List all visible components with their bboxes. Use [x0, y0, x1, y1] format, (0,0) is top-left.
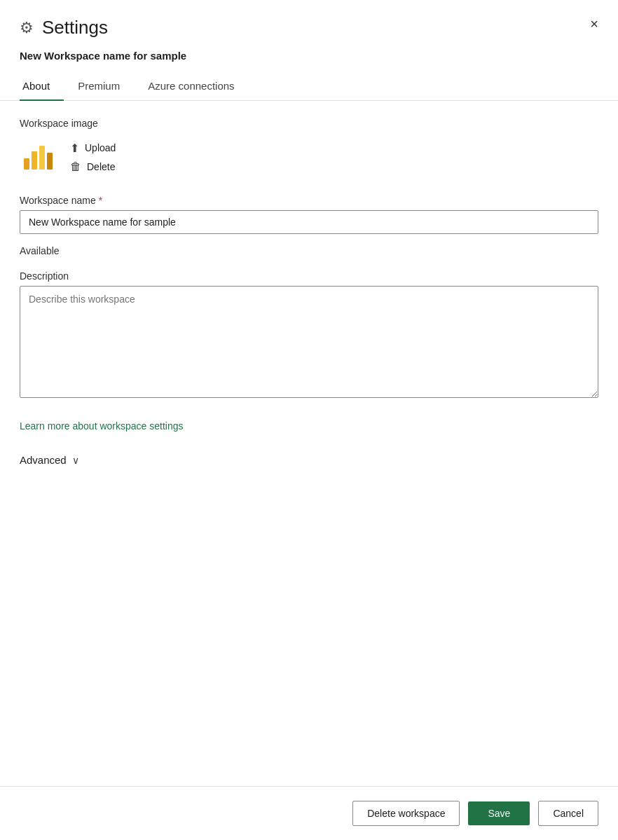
required-indicator: *	[99, 195, 102, 206]
delete-image-button[interactable]: 🗑 Delete	[70, 160, 116, 173]
tab-premium[interactable]: Premium	[75, 73, 134, 100]
upload-label: Upload	[85, 142, 116, 153]
dialog-header: ⚙ Settings ×	[0, 0, 618, 47]
advanced-section[interactable]: Advanced ∨	[20, 454, 598, 466]
workspace-icon	[20, 139, 56, 175]
settings-dialog: ⚙ Settings × New Workspace name for samp…	[0, 0, 618, 840]
workspace-name-input[interactable]	[20, 210, 598, 234]
upload-icon: ⬆	[70, 142, 79, 155]
trash-icon: 🗑	[70, 160, 81, 173]
workspace-name-field: Workspace name *	[20, 195, 598, 234]
image-actions: ⬆ Upload 🗑 Delete	[70, 142, 116, 173]
cancel-button[interactable]: Cancel	[538, 801, 598, 826]
workspace-name-label: Workspace name *	[20, 195, 598, 206]
close-button[interactable]: ×	[587, 14, 601, 34]
tab-azure-connections[interactable]: Azure connections	[145, 73, 248, 100]
svg-rect-0	[24, 158, 29, 170]
chevron-down-icon: ∨	[72, 455, 79, 466]
dialog-title: Settings	[42, 17, 108, 39]
workspace-subtitle: New Workspace name for sample	[0, 47, 618, 73]
tab-bar: About Premium Azure connections	[0, 73, 618, 101]
delete-image-label: Delete	[87, 161, 115, 172]
description-textarea[interactable]	[20, 286, 598, 398]
save-button[interactable]: Save	[468, 801, 530, 825]
gear-icon: ⚙	[20, 19, 34, 37]
image-section: ⬆ Upload 🗑 Delete	[20, 139, 598, 175]
upload-button[interactable]: ⬆ Upload	[70, 142, 116, 155]
tab-content-about: Workspace image ⬆ Upload 🗑 Delete	[0, 101, 618, 786]
learn-more-link[interactable]: Learn more about workspace settings	[20, 420, 183, 432]
svg-rect-2	[39, 146, 45, 170]
description-label: Description	[20, 270, 598, 282]
description-field: Description	[20, 270, 598, 401]
workspace-image-label: Workspace image	[20, 118, 598, 129]
availability-status: Available	[20, 245, 598, 256]
tab-about[interactable]: About	[20, 73, 64, 100]
dialog-footer: Delete workspace Save Cancel	[0, 786, 618, 840]
svg-rect-3	[47, 153, 53, 170]
advanced-label: Advanced	[20, 454, 67, 466]
svg-rect-1	[32, 151, 37, 170]
delete-workspace-button[interactable]: Delete workspace	[352, 801, 460, 826]
